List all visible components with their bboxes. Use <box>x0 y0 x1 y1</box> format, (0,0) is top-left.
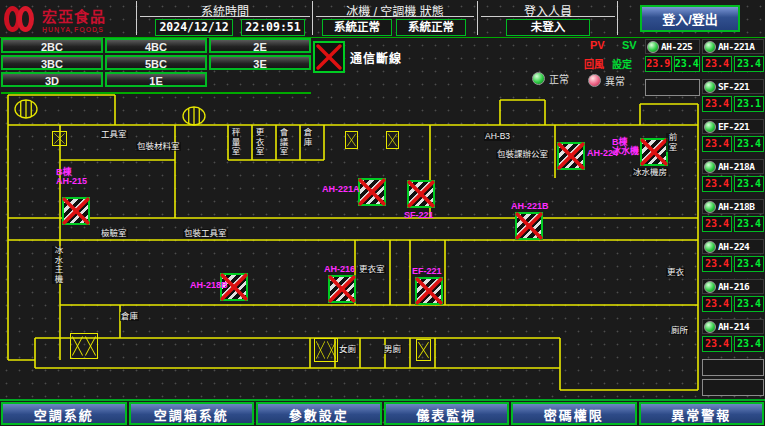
room-label: 冰水主機 <box>52 246 63 284</box>
hmi-screen: 宏亞食品 HUNYA FOODS 系統時間 2024/12/12 22:09:5… <box>0 0 765 426</box>
divider <box>312 1 313 35</box>
empty-slot <box>702 359 764 376</box>
equipment-icon-AH-221A[interactable] <box>358 178 386 206</box>
ahu-name-row[interactable]: AH-218A <box>702 159 764 174</box>
abnormal-legend-label: 異常 <box>605 73 625 88</box>
ahu-name: AH-216 <box>718 281 749 292</box>
shaft-icon <box>314 338 338 362</box>
equipment-icon-EF-221[interactable] <box>415 277 443 305</box>
room-label: 包裝課辦公室 <box>496 150 549 159</box>
room-label: 女廁 <box>338 345 357 354</box>
sv-value: 23.1 <box>734 96 764 112</box>
zone-button-3E[interactable]: 3E <box>209 55 311 70</box>
status-led-icon <box>704 241 716 253</box>
shaft-icon <box>345 131 358 149</box>
zone-button-3D[interactable]: 3D <box>1 72 103 87</box>
divider <box>617 1 618 35</box>
nav-button-參數設定[interactable]: 參數設定 <box>256 402 382 425</box>
sv-value: 23.4 <box>734 256 764 272</box>
brand-logo: 宏亞食品 HUNYA FOODS <box>4 2 134 35</box>
zone-button-3BC[interactable]: 3BC <box>1 55 103 70</box>
sv-legend: SV <box>622 39 637 51</box>
room-label: 廁所 <box>670 326 689 335</box>
room-label: 倉庫 <box>120 312 139 321</box>
system-time-label: 系統時間 <box>140 2 310 17</box>
ahu-name-row[interactable]: AH-216 <box>702 279 764 294</box>
status-led-icon <box>704 81 716 93</box>
ahu-values: 23.423.4 <box>702 256 764 272</box>
status-led-icon <box>704 321 716 333</box>
ahu-name-row[interactable]: AH-221A <box>702 39 764 54</box>
equipment-icon-AH-224[interactable] <box>557 142 585 170</box>
zone-button-4BC[interactable]: 4BC <box>105 38 207 53</box>
divider <box>136 1 137 35</box>
nav-button-空調系統[interactable]: 空調系統 <box>1 402 127 425</box>
login-logout-button[interactable]: 登入/登出 <box>640 5 740 32</box>
ahu-name: AH-221A <box>718 41 755 52</box>
ahu-name-row[interactable]: AH-225 <box>645 39 700 54</box>
zone-button-2BC[interactable]: 2BC <box>1 38 103 53</box>
ahu-unit-AH-216: AH-21623.423.4 <box>702 279 764 312</box>
equipment-icon-AH-216[interactable] <box>328 275 356 303</box>
nav-button-異常警報[interactable]: 異常警報 <box>639 402 765 425</box>
zone-button-1E[interactable]: 1E <box>105 72 207 87</box>
shaft-icon <box>70 333 98 359</box>
ahu-unit-EF-221: EF-22123.423.4 <box>702 119 764 152</box>
ahu-name: AH-225 <box>661 41 692 52</box>
pv-legend: PV <box>590 39 605 51</box>
ahu-name-row[interactable]: AH-218B <box>702 199 764 214</box>
equipment-label-AH-218B: AH-218B <box>190 281 228 290</box>
ahu-unit-SF-221: SF-22123.423.1 <box>702 79 764 112</box>
ahu-values: 23.423.4 <box>702 296 764 312</box>
chiller-status-value: 系統正常 <box>322 19 392 36</box>
status-led-icon <box>704 41 716 53</box>
shaft-icon <box>416 339 431 361</box>
zone-button-5BC[interactable]: 5BC <box>105 55 207 70</box>
bottom-nav: 空調系統空調箱系統參數設定儀表監視密碼權限異常警報 <box>1 402 764 425</box>
divider <box>477 1 478 35</box>
ahu-name-row[interactable]: AH-224 <box>702 239 764 254</box>
nav-button-密碼權限[interactable]: 密碼權限 <box>511 402 637 425</box>
equipment-label-SF-221: SF-221 <box>404 211 434 220</box>
equipment-label-EF-221: EF-221 <box>412 267 442 276</box>
room-label: AH-B3 <box>484 132 511 141</box>
ahu-name-row[interactable]: AH-214 <box>702 319 764 334</box>
normal-legend: 正常 <box>532 71 569 86</box>
empty-slot <box>702 379 764 396</box>
room-label: 冰水機房 <box>632 168 668 177</box>
pv-value: 23.4 <box>702 216 732 232</box>
equipment-icon-AH-215[interactable] <box>62 197 90 225</box>
sv-value: 23.4 <box>734 216 764 232</box>
sv-value: 23.4 <box>734 136 764 152</box>
sv-value: 23.4 <box>734 176 764 192</box>
sv-value: 23.4 <box>674 56 701 72</box>
pv-value: 23.4 <box>702 296 732 312</box>
equipment-label-AH-216: AH-216 <box>324 265 355 274</box>
spiral-stair-icon <box>182 106 206 130</box>
ahu-name-row[interactable]: SF-221 <box>702 79 764 94</box>
pv-value: 23.9 <box>645 56 672 72</box>
zone-button-2E[interactable]: 2E <box>209 38 311 53</box>
ahu-name-row[interactable]: EF-221 <box>702 119 764 134</box>
ahu-values: 23.423.1 <box>702 96 764 112</box>
zone-button-group: 2BC4BC2E3BC5BC3E3D1E <box>1 38 311 94</box>
ahu-values: 23.423.4 <box>702 336 764 352</box>
equipment-icon-AH-221B[interactable] <box>515 212 543 240</box>
bottom-separator <box>0 399 765 401</box>
room-label: 包裝工具室 <box>183 229 228 238</box>
ahu-status-value: 系統正常 <box>396 19 466 36</box>
sv-value: 23.4 <box>734 56 764 72</box>
room-label: 檢驗室 <box>100 229 128 238</box>
equipment-icon-SF-221[interactable] <box>407 180 435 208</box>
ahu-values: 23.423.4 <box>702 216 764 232</box>
status-led-icon <box>647 41 659 53</box>
nav-button-儀表監視[interactable]: 儀表監視 <box>384 402 510 425</box>
equipment-icon-B棟冰水機[interactable] <box>640 138 668 166</box>
nav-button-空調箱系統[interactable]: 空調箱系統 <box>129 402 255 425</box>
ahu-unit-AH-224: AH-22423.423.4 <box>702 239 764 272</box>
system-date-value: 2024/12/12 <box>155 19 233 36</box>
room-label: 秤量室 <box>229 128 240 157</box>
ahu-values: 23.923.4 <box>645 56 700 72</box>
room-label: 會議室 <box>277 128 288 157</box>
equipment-label-B棟冰水機: B棟冰水機 <box>612 138 639 156</box>
